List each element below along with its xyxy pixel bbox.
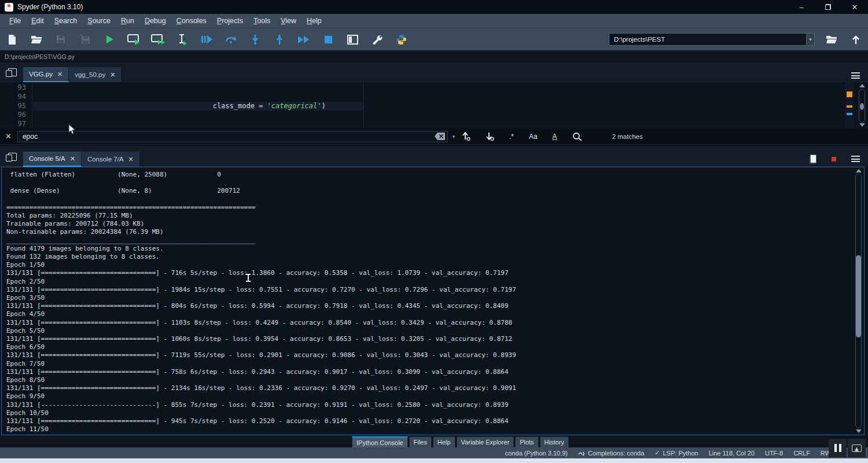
- continue-button[interactable]: [292, 30, 316, 49]
- run-icon: [105, 35, 114, 44]
- close-button[interactable]: ✕: [841, 0, 868, 14]
- line-number-gutter: 93 94 95 96 97: [0, 82, 32, 128]
- close-tab-icon[interactable]: ✕: [70, 155, 75, 163]
- menu-run[interactable]: Run: [116, 15, 139, 27]
- step-into-button[interactable]: [243, 30, 267, 49]
- scroll-down-icon[interactable]: [859, 123, 865, 127]
- editor-scroll-thumb[interactable]: [860, 103, 864, 110]
- warning-flag-icon[interactable]: [847, 91, 852, 97]
- tab-label: Console 7/A: [87, 156, 124, 163]
- search-input[interactable]: [17, 131, 448, 142]
- scroll-up-icon[interactable]: [856, 169, 862, 172]
- pane-tab-files[interactable]: Files: [409, 436, 432, 447]
- search-history-dropdown-icon[interactable]: ▼: [451, 134, 456, 139]
- conda-env-status[interactable]: conda (Python 3.10.9): [505, 450, 568, 457]
- whole-words-toggle-icon[interactable]: A: [553, 133, 557, 141]
- window-title: Spyder (Python 3.10): [17, 3, 83, 11]
- menu-file[interactable]: File: [5, 15, 25, 27]
- find-in-files-icon[interactable]: [572, 132, 582, 141]
- find-previous-icon[interactable]: [462, 131, 470, 141]
- editor-options-menu-icon[interactable]: [851, 72, 860, 79]
- browse-tabs-icon[interactable]: [6, 68, 17, 78]
- menu-edit[interactable]: Edit: [27, 15, 49, 27]
- maximize-pane-button[interactable]: [340, 30, 365, 49]
- save-button[interactable]: [49, 30, 73, 49]
- run-current-line-button[interactable]: [219, 30, 243, 49]
- minimize-button[interactable]: –: [788, 0, 815, 14]
- workdir-parent-button[interactable]: [844, 30, 868, 49]
- regex-toggle-icon[interactable]: .*: [509, 133, 514, 141]
- debug-file-button[interactable]: [194, 30, 219, 49]
- main-toolbar: D:\projects\PEST ▼: [0, 28, 868, 50]
- close-find-icon[interactable]: ✕: [5, 132, 12, 141]
- breadcrumb: D:\projects\PEST\VGG.py: [5, 53, 75, 60]
- tab-console-7a[interactable]: Console 7/A ✕: [82, 152, 140, 167]
- pane-tab-history[interactable]: History: [540, 436, 569, 447]
- recorder-webcam-button[interactable]: [848, 439, 866, 457]
- open-folder-icon: [31, 35, 42, 44]
- recorder-pause-button[interactable]: [829, 439, 847, 457]
- editor-pane[interactable]: 93 94 95 96 97 class_mode = 'categorical…: [0, 82, 868, 128]
- step-return-button[interactable]: [267, 30, 292, 49]
- menu-tools[interactable]: Tools: [249, 15, 275, 27]
- debug-icon: [201, 35, 212, 44]
- run-file-button[interactable]: [97, 30, 122, 49]
- pause-icon: [834, 444, 841, 452]
- run-cell-button[interactable]: [122, 30, 146, 49]
- python-env-button[interactable]: [389, 30, 413, 49]
- menu-help[interactable]: Help: [302, 15, 326, 27]
- close-tab-icon[interactable]: ✕: [57, 71, 62, 78]
- menu-projects[interactable]: Projects: [212, 15, 248, 27]
- stop-button[interactable]: [316, 30, 340, 49]
- ipython-console-pane[interactable]: flatten (Flatten) (None, 25088) 0 dense …: [1, 167, 865, 435]
- status-bar: conda (Python 3.10.9) Completions: conda…: [0, 447, 868, 458]
- find-next-icon[interactable]: [486, 131, 494, 141]
- new-file-button[interactable]: [0, 30, 24, 49]
- completions-status[interactable]: Completions: conda: [578, 450, 644, 457]
- code-area[interactable]: class_mode = 'categorical') # fit the mo…: [33, 82, 846, 128]
- pane-tab-help[interactable]: Help: [433, 436, 455, 447]
- save-all-icon: [80, 34, 90, 45]
- working-directory-combo[interactable]: D:\projects\PEST: [609, 33, 807, 46]
- restore-button[interactable]: [815, 0, 841, 14]
- browse-workdir-button[interactable]: [819, 30, 844, 49]
- run-selection-button[interactable]: [170, 30, 194, 49]
- scroll-up-icon[interactable]: [859, 84, 865, 87]
- tab-console-5a[interactable]: Console 5/A ✕: [23, 152, 82, 167]
- menu-consoles[interactable]: Consoles: [172, 15, 211, 27]
- save-all-button[interactable]: [73, 30, 97, 49]
- step-into-icon: [251, 34, 259, 45]
- console-scroll-thumb[interactable]: [856, 255, 861, 337]
- pane-tab-plots[interactable]: Plots: [515, 436, 538, 447]
- menu-search[interactable]: Search: [50, 15, 82, 27]
- pane-tab-ipython-console[interactable]: IPython Console: [352, 436, 408, 447]
- menu-source[interactable]: Source: [83, 15, 115, 27]
- inspect-object-icon[interactable]: [810, 155, 816, 163]
- console-output: flatten (Flatten) (None, 25088) 0 dense …: [6, 171, 516, 434]
- interrupt-kernel-icon[interactable]: [832, 157, 836, 161]
- warning-flag-icon[interactable]: [847, 105, 852, 108]
- close-tab-icon[interactable]: ✕: [110, 71, 115, 79]
- browse-tabs-icon[interactable]: [6, 153, 17, 162]
- tab-vgg-py[interactable]: VGG.py ✕: [23, 67, 69, 82]
- lsp-status[interactable]: ✓ LSP: Python: [654, 449, 698, 457]
- info-flag-icon[interactable]: [847, 113, 852, 115]
- pane-tab-variable-explorer[interactable]: Variable Explorer: [457, 436, 514, 447]
- preferences-button[interactable]: [365, 30, 389, 49]
- workdir-dropdown-icon[interactable]: ▼: [807, 33, 815, 46]
- case-sensitive-toggle-icon[interactable]: Aa: [529, 133, 538, 141]
- console-scrollbar[interactable]: [854, 167, 863, 435]
- menu-view[interactable]: View: [276, 15, 301, 27]
- console-options-menu-icon[interactable]: [851, 156, 860, 162]
- run-cell-advance-button[interactable]: [146, 30, 170, 49]
- menu-debug[interactable]: Debug: [140, 15, 171, 27]
- scroll-down-icon[interactable]: [856, 429, 862, 433]
- close-tab-icon[interactable]: ✕: [128, 156, 134, 163]
- open-file-button[interactable]: [24, 30, 49, 49]
- menu-bar: File Edit Search Source Run Debug Consol…: [0, 14, 868, 28]
- line-number: 97: [0, 120, 26, 129]
- editor-scrollbar[interactable]: [858, 82, 867, 128]
- clear-search-icon[interactable]: [435, 133, 445, 140]
- completions-icon: [578, 450, 585, 457]
- tab-vgg-50-py[interactable]: vgg_50.py ✕: [69, 67, 122, 82]
